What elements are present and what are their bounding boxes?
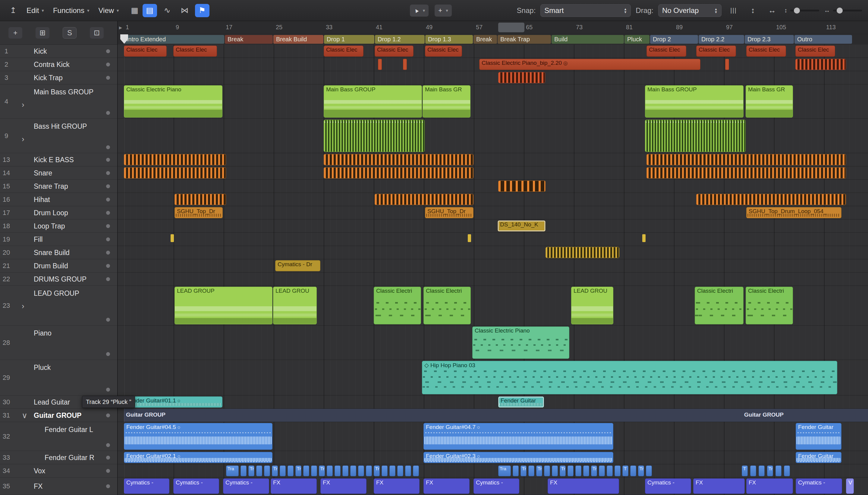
track-header-fender-guitar-r[interactable]: 33Fender Guitar R	[0, 451, 117, 464]
region-tr[interactable]: Tr	[560, 465, 566, 476]
arrangement-marker-pluck[interactable]: Pluck	[624, 35, 649, 44]
region-osparse[interactable]	[498, 181, 545, 192]
region-fender-guitar-04-5[interactable]: Fender Guitar#04.5 ○	[124, 423, 273, 450]
disclosure-triangle[interactable]: ›	[22, 134, 24, 144]
track-header-fx[interactable]: 35FX	[0, 478, 117, 495]
track-header-snare-trap[interactable]: 15Snare Trap	[0, 180, 117, 193]
region-cymatics[interactable]: Cymatics -	[796, 478, 842, 494]
snap-select[interactable]: Smart ▲▼	[540, 4, 631, 17]
region-ostripe[interactable]	[646, 167, 846, 178]
region-sghu-top-dr[interactable]: SGHU_Top_Dr	[425, 207, 473, 218]
region-tr[interactable]: Tr	[638, 465, 644, 476]
region-ostripe[interactable]	[696, 194, 846, 205]
track-header-fender-guitar-l[interactable]: 32Fender Guitar L	[0, 422, 117, 451]
region-redstripe[interactable]	[498, 72, 545, 83]
arrangement-marker-break[interactable]: Break	[225, 35, 273, 44]
arrangement-marker-drop-2[interactable]: Drop 2	[650, 35, 698, 44]
arrangement-marker-drop-1[interactable]: Drop 1	[324, 35, 374, 44]
marker-lane[interactable]: Intro ExtendedBreakBreak BuildDrop 1Drop…	[118, 34, 868, 45]
region-fx[interactable]: FX	[320, 478, 366, 494]
functions-menu[interactable]: Functions ▾	[50, 4, 92, 17]
region-redbar[interactable]	[378, 59, 382, 70]
region-classic-elec[interactable]: Classic Elec	[124, 46, 167, 57]
arrangement-marker-intro-extended[interactable]: Intro Extended	[124, 35, 224, 44]
region-fender-guitar-02-3[interactable]: Fender Guitar#02.3 ○	[423, 452, 613, 463]
track-header-fill[interactable]: 19Fill	[0, 233, 117, 246]
track-header-drums-group[interactable]: 22DRUMS GROUP	[0, 273, 117, 286]
edit-menu[interactable]: Edit ▾	[23, 4, 47, 17]
region-classic-elec[interactable]: Classic Elec	[375, 46, 414, 57]
region-fx[interactable]: FX	[423, 478, 470, 494]
region-fender-guitar-01-1[interactable]: Fender Guitar#01.1 ○	[124, 396, 222, 408]
region-cell[interactable]	[334, 465, 341, 476]
region-cell[interactable]	[575, 465, 581, 476]
region-fender-guitar[interactable]: Fender Guitar	[796, 423, 841, 450]
region-ostripe[interactable]	[646, 154, 846, 165]
region-cell[interactable]	[358, 465, 364, 476]
track-header-main-bass-group[interactable]: 4›Main Bass GROUP	[0, 84, 117, 119]
region-cell[interactable]	[303, 465, 309, 476]
region-ybar[interactable]	[171, 234, 174, 242]
region-cell[interactable]	[397, 465, 403, 476]
region-classic-electri[interactable]: Classic Electri	[374, 287, 421, 324]
region-fx[interactable]: FX	[693, 478, 745, 494]
region-cymatics[interactable]: Cymatics -	[473, 478, 519, 494]
region-cell[interactable]	[350, 465, 356, 476]
hide-tracks-button[interactable]: ⊡	[90, 27, 104, 39]
region-tr[interactable]: Tr	[295, 465, 301, 476]
arrangement-marker-break-build[interactable]: Break Build	[273, 35, 324, 44]
region-cell[interactable]	[288, 465, 294, 476]
track-header-pluck[interactable]: 29Pluck	[0, 360, 117, 395]
track-header-lead-group[interactable]: 23›LEAD GROUP	[0, 286, 117, 326]
region-classic-electri[interactable]: Classic Electri	[695, 287, 744, 324]
vertical-auto-zoom-button[interactable]: ↕	[746, 4, 760, 17]
horizontal-zoom-knob[interactable]	[837, 7, 843, 14]
region-cell[interactable]	[264, 465, 270, 476]
duplicate-track-button[interactable]: ⊞	[36, 27, 49, 39]
region-gstripe[interactable]	[645, 120, 746, 152]
region-cell[interactable]	[583, 465, 589, 476]
track-header-kick[interactable]: 1Kick	[0, 45, 117, 58]
region-cell[interactable]	[759, 465, 765, 476]
arrangement-marker-drop-1-3[interactable]: Drop 1.3	[425, 35, 473, 44]
vertical-zoom-knob[interactable]	[794, 7, 800, 14]
region-tr[interactable]: Tr	[319, 465, 325, 476]
region-redbar[interactable]	[403, 59, 407, 70]
disclosure-triangle[interactable]: ›	[22, 302, 24, 311]
region-ybar[interactable]	[468, 234, 471, 242]
track-header-loop-trap[interactable]: 18Loop Trap	[0, 220, 117, 233]
region-ybar[interactable]	[642, 234, 646, 242]
arrangement-marker-break[interactable]: Break	[473, 35, 497, 44]
arrangement-marker-drop-2-3[interactable]: Drop 2.3	[745, 35, 794, 44]
region-cell[interactable]	[528, 465, 534, 476]
region-tr[interactable]: Tr	[248, 465, 254, 476]
region-classic-electric-piano[interactable]: Classic Electric Piano	[472, 326, 569, 359]
crossfade-button[interactable]: ⋈	[177, 4, 192, 17]
region-ostripe[interactable]	[124, 154, 226, 165]
region-guitar-group[interactable]: Guitar GROUP	[742, 409, 820, 422]
bar-ruler[interactable]: ▸ 191725334149576573818997105113	[118, 21, 868, 34]
track-header-snare-build[interactable]: 20Snare Build	[0, 246, 117, 259]
region-classic-elec[interactable]: Classic Elec	[746, 46, 786, 57]
arrangement-marker-drop-2-2[interactable]: Drop 2.2	[699, 35, 744, 44]
drag-select[interactable]: No Overlap ▲▼	[658, 4, 722, 17]
region-cell[interactable]	[776, 465, 781, 476]
region-cell[interactable]	[599, 465, 605, 476]
region-cell[interactable]	[750, 465, 756, 476]
secondary-tool-select[interactable]: + ▾	[435, 4, 451, 17]
pointer-tool-select[interactable]: ▲ ▾	[410, 4, 429, 17]
track-header-guitar-group[interactable]: 31∨Guitar GROUP	[0, 409, 117, 422]
region-cell[interactable]	[256, 465, 262, 476]
vertical-zoom-slider[interactable]: ↕	[784, 7, 819, 14]
add-track-button[interactable]: +	[8, 27, 22, 39]
region-gstripe[interactable]	[324, 120, 425, 152]
region-cell[interactable]	[389, 465, 395, 476]
region-cell[interactable]	[544, 465, 550, 476]
region-cell[interactable]	[311, 465, 317, 476]
track-header-snare[interactable]: 14Snare	[0, 166, 117, 180]
solo-button[interactable]: S	[63, 27, 76, 39]
region-cell[interactable]	[630, 465, 636, 476]
region-classic-electric-piano-bip-2-20[interactable]: Classic Electric Piano_bip_2.20 ◎	[479, 59, 700, 70]
track-header-hihat[interactable]: 16Hihat	[0, 193, 117, 206]
region-tr[interactable]: Tr	[591, 465, 597, 476]
